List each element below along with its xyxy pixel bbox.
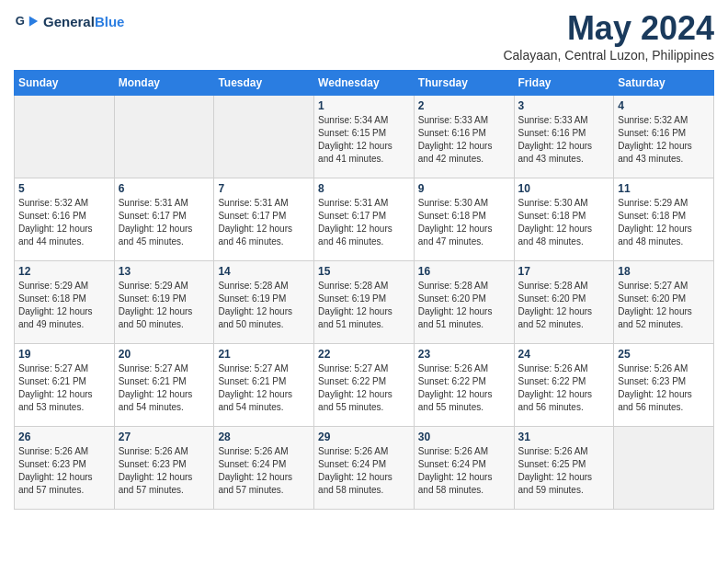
- svg-text:G: G: [16, 14, 25, 28]
- calendar-cell: [214, 96, 314, 178]
- calendar-cell: 12Sunrise: 5:29 AM Sunset: 6:18 PM Dayli…: [15, 261, 115, 344]
- day-info: Sunrise: 5:27 AM Sunset: 6:22 PM Dayligh…: [318, 362, 410, 414]
- calendar-cell: 29Sunrise: 5:26 AM Sunset: 6:24 PM Dayli…: [314, 427, 415, 510]
- day-number: 13: [119, 265, 210, 278]
- calendar-cell: 26Sunrise: 5:26 AM Sunset: 6:23 PM Dayli…: [15, 427, 115, 510]
- weekday-header-thursday: Thursday: [414, 71, 514, 96]
- day-number: 19: [18, 348, 110, 361]
- weekday-header-saturday: Saturday: [614, 71, 714, 96]
- calendar-cell: 1Sunrise: 5:34 AM Sunset: 6:15 PM Daylig…: [314, 96, 415, 178]
- day-info: Sunrise: 5:26 AM Sunset: 6:23 PM Dayligh…: [18, 445, 110, 497]
- calendar-cell: [614, 427, 714, 510]
- calendar-cell: 13Sunrise: 5:29 AM Sunset: 6:19 PM Dayli…: [114, 261, 214, 344]
- day-info: Sunrise: 5:30 AM Sunset: 6:18 PM Dayligh…: [418, 197, 510, 248]
- weekday-header-row: SundayMondayTuesdayWednesdayThursdayFrid…: [15, 71, 714, 96]
- calendar-cell: 16Sunrise: 5:28 AM Sunset: 6:20 PM Dayli…: [414, 261, 514, 344]
- svg-marker-1: [29, 16, 38, 26]
- calendar-cell: 14Sunrise: 5:28 AM Sunset: 6:19 PM Dayli…: [214, 261, 314, 344]
- day-number: 24: [518, 348, 610, 361]
- day-info: Sunrise: 5:33 AM Sunset: 6:16 PM Dayligh…: [418, 114, 510, 166]
- calendar-cell: 30Sunrise: 5:26 AM Sunset: 6:24 PM Dayli…: [414, 427, 514, 510]
- day-number: 12: [18, 265, 110, 278]
- day-number: 1: [318, 99, 410, 112]
- weekday-header-tuesday: Tuesday: [214, 71, 314, 96]
- day-info: Sunrise: 5:34 AM Sunset: 6:15 PM Dayligh…: [318, 114, 410, 166]
- day-info: Sunrise: 5:33 AM Sunset: 6:16 PM Dayligh…: [518, 114, 610, 166]
- day-info: Sunrise: 5:28 AM Sunset: 6:20 PM Dayligh…: [418, 280, 510, 331]
- day-number: 2: [418, 99, 510, 112]
- logo-line2: Blue: [95, 14, 125, 29]
- week-row-2: 5Sunrise: 5:32 AM Sunset: 6:16 PM Daylig…: [15, 178, 714, 261]
- day-number: 31: [518, 431, 610, 443]
- day-number: 30: [418, 431, 510, 443]
- location: Calayaan, Central Luzon, Philippines: [503, 48, 714, 63]
- day-number: 14: [218, 265, 310, 278]
- day-info: Sunrise: 5:26 AM Sunset: 6:23 PM Dayligh…: [618, 362, 710, 414]
- calendar-cell: [15, 96, 115, 178]
- calendar-cell: 24Sunrise: 5:26 AM Sunset: 6:22 PM Dayli…: [514, 344, 614, 427]
- day-info: Sunrise: 5:27 AM Sunset: 6:21 PM Dayligh…: [18, 362, 110, 414]
- week-row-5: 26Sunrise: 5:26 AM Sunset: 6:23 PM Dayli…: [15, 427, 714, 510]
- weekday-header-friday: Friday: [514, 71, 614, 96]
- calendar-cell: 27Sunrise: 5:26 AM Sunset: 6:23 PM Dayli…: [114, 427, 214, 510]
- calendar-cell: 10Sunrise: 5:30 AM Sunset: 6:18 PM Dayli…: [514, 178, 614, 261]
- day-number: 16: [418, 265, 510, 278]
- calendar-cell: 5Sunrise: 5:32 AM Sunset: 6:16 PM Daylig…: [15, 178, 115, 261]
- calendar-cell: 21Sunrise: 5:27 AM Sunset: 6:21 PM Dayli…: [214, 344, 314, 427]
- calendar-cell: 2Sunrise: 5:33 AM Sunset: 6:16 PM Daylig…: [414, 96, 514, 178]
- day-number: 20: [119, 348, 210, 361]
- day-info: Sunrise: 5:26 AM Sunset: 6:22 PM Dayligh…: [518, 362, 610, 414]
- day-number: 8: [318, 182, 410, 195]
- calendar-cell: 7Sunrise: 5:31 AM Sunset: 6:17 PM Daylig…: [214, 178, 314, 261]
- day-info: Sunrise: 5:29 AM Sunset: 6:19 PM Dayligh…: [119, 280, 210, 331]
- day-number: 9: [418, 182, 510, 195]
- calendar-cell: 25Sunrise: 5:26 AM Sunset: 6:23 PM Dayli…: [614, 344, 714, 427]
- week-row-3: 12Sunrise: 5:29 AM Sunset: 6:18 PM Dayli…: [15, 261, 714, 344]
- calendar-cell: 23Sunrise: 5:26 AM Sunset: 6:22 PM Dayli…: [414, 344, 514, 427]
- day-info: Sunrise: 5:29 AM Sunset: 6:18 PM Dayligh…: [18, 280, 110, 331]
- day-info: Sunrise: 5:26 AM Sunset: 6:24 PM Dayligh…: [418, 445, 510, 497]
- day-number: 26: [18, 431, 110, 443]
- month-title: May 2024: [503, 9, 714, 48]
- day-info: Sunrise: 5:27 AM Sunset: 6:21 PM Dayligh…: [218, 362, 310, 414]
- logo: G GeneralBlue: [14, 9, 124, 35]
- day-number: 23: [418, 348, 510, 361]
- day-number: 21: [218, 348, 310, 361]
- day-number: 18: [618, 265, 710, 278]
- week-row-4: 19Sunrise: 5:27 AM Sunset: 6:21 PM Dayli…: [15, 344, 714, 427]
- day-number: 29: [318, 431, 410, 443]
- day-info: Sunrise: 5:26 AM Sunset: 6:25 PM Dayligh…: [518, 445, 610, 497]
- calendar-cell: 6Sunrise: 5:31 AM Sunset: 6:17 PM Daylig…: [114, 178, 214, 261]
- day-number: 15: [318, 265, 410, 278]
- calendar-cell: 22Sunrise: 5:27 AM Sunset: 6:22 PM Dayli…: [314, 344, 415, 427]
- day-number: 25: [618, 348, 710, 361]
- day-info: Sunrise: 5:32 AM Sunset: 6:16 PM Dayligh…: [618, 114, 710, 166]
- day-info: Sunrise: 5:26 AM Sunset: 6:24 PM Dayligh…: [218, 445, 310, 497]
- weekday-header-monday: Monday: [114, 71, 214, 96]
- calendar-cell: 4Sunrise: 5:32 AM Sunset: 6:16 PM Daylig…: [614, 96, 714, 178]
- day-number: 17: [518, 265, 610, 278]
- day-info: Sunrise: 5:26 AM Sunset: 6:23 PM Dayligh…: [119, 445, 210, 497]
- day-info: Sunrise: 5:31 AM Sunset: 6:17 PM Dayligh…: [218, 197, 310, 248]
- day-number: 4: [618, 99, 710, 112]
- calendar-cell: 8Sunrise: 5:31 AM Sunset: 6:17 PM Daylig…: [314, 178, 415, 261]
- calendar-cell: 3Sunrise: 5:33 AM Sunset: 6:16 PM Daylig…: [514, 96, 614, 178]
- day-info: Sunrise: 5:31 AM Sunset: 6:17 PM Dayligh…: [318, 197, 410, 248]
- day-number: 11: [618, 182, 710, 195]
- calendar-cell: 28Sunrise: 5:26 AM Sunset: 6:24 PM Dayli…: [214, 427, 314, 510]
- calendar-cell: [114, 96, 214, 178]
- day-number: 7: [218, 182, 310, 195]
- title-area: May 2024 Calayaan, Central Luzon, Philip…: [503, 9, 714, 63]
- weekday-header-sunday: Sunday: [15, 71, 115, 96]
- day-info: Sunrise: 5:31 AM Sunset: 6:17 PM Dayligh…: [119, 197, 210, 248]
- day-number: 10: [518, 182, 610, 195]
- day-info: Sunrise: 5:27 AM Sunset: 6:21 PM Dayligh…: [119, 362, 210, 414]
- day-info: Sunrise: 5:29 AM Sunset: 6:18 PM Dayligh…: [618, 197, 710, 248]
- day-number: 22: [318, 348, 410, 361]
- calendar-cell: 11Sunrise: 5:29 AM Sunset: 6:18 PM Dayli…: [614, 178, 714, 261]
- calendar-cell: 9Sunrise: 5:30 AM Sunset: 6:18 PM Daylig…: [414, 178, 514, 261]
- day-info: Sunrise: 5:32 AM Sunset: 6:16 PM Dayligh…: [18, 197, 110, 248]
- logo-line1: General: [43, 14, 95, 29]
- week-row-1: 1Sunrise: 5:34 AM Sunset: 6:15 PM Daylig…: [15, 96, 714, 178]
- calendar-cell: 20Sunrise: 5:27 AM Sunset: 6:21 PM Dayli…: [114, 344, 214, 427]
